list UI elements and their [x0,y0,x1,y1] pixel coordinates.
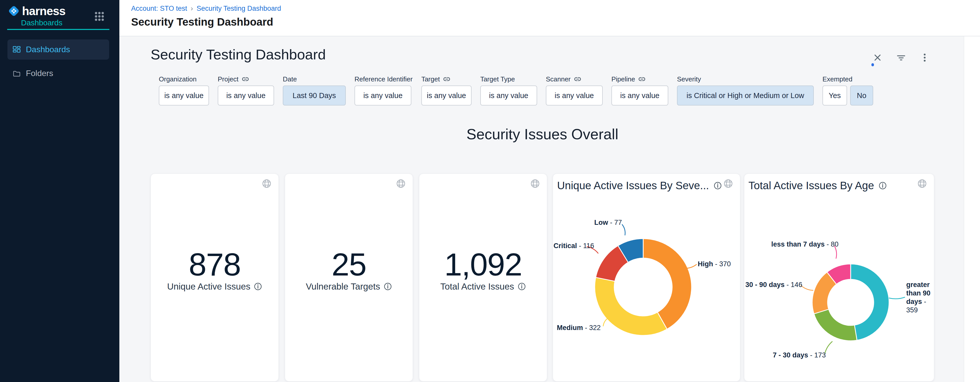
app-switcher-icon[interactable] [93,10,106,23]
filter-value[interactable]: is any value [422,86,472,106]
globe-button[interactable] [723,178,733,189]
filter-label: Date [283,75,346,84]
globe-icon [261,178,272,189]
filter-label: Target Type [480,75,537,84]
filter-value[interactable]: Last 90 Days [283,86,346,106]
kebab-menu-icon[interactable] [917,50,932,65]
filter-label: Project [218,75,274,84]
product-name: Dashboards [21,18,62,27]
top-header: Account: STO test › Security Testing Das… [119,0,980,36]
donut-slice-7-30-days[interactable] [814,309,857,341]
filter-value[interactable]: is any value [480,86,537,106]
label-connector [889,297,905,299]
filter-label: Exempted [822,75,876,84]
security-testing-dashboard-page: harness Dashboards Dash [0,0,980,382]
chart-title: Unique Active Issues By Seve... [557,179,711,192]
filter-value[interactable]: is Critical or High or Medium or Low [677,86,814,106]
globe-button[interactable] [530,178,540,189]
donut-card-severity: Unique Active Issues By Seve...High - 37… [553,174,740,382]
info-icon[interactable] [254,282,262,291]
sidebar-item-label: Folders [26,69,53,78]
donut-slice-high[interactable] [643,239,692,329]
info-icon[interactable] [714,182,722,190]
stat-value: 1,092 [419,246,547,283]
brand[interactable]: harness [8,4,65,18]
harness-logo-icon [8,5,20,17]
filter-value[interactable]: is any value [218,86,274,106]
filter-option-yes[interactable]: Yes [822,86,847,106]
info-icon[interactable] [384,282,392,291]
globe-icon [396,178,406,189]
page-title: Security Testing Dashboard [131,16,273,28]
label-connector [622,225,625,235]
link-icon [574,76,581,82]
donut-label-less-than-7-days: less than 7 days - 80 [771,241,838,248]
filter-label: Pipeline [611,75,668,84]
donut-slice-medium[interactable] [595,277,667,335]
vertical-scrollbar[interactable] [964,36,980,382]
filter-organization: Organizationis any value [159,75,209,106]
donut-slice-30-90-days[interactable] [812,272,837,314]
donut-label-greater-than-90-days: greater than 90 days - 359 [906,281,933,314]
cursor-dot [872,63,874,66]
dashboards-icon [13,46,21,54]
donut-chart [553,174,740,382]
donut-label-low: Low - 77 [594,219,622,227]
link-icon [638,76,646,82]
donut-label-critical: Critical - 116 [554,242,594,250]
stat-card-vulnerable-targets: 25Vulnerable Targets [285,174,413,382]
donut-slice-low[interactable] [618,239,643,262]
filter-icon[interactable] [893,50,909,65]
label-connector [603,318,609,326]
chart-title: Total Active Issues By Age [748,179,887,192]
filter-scanner: Scanneris any value [546,75,603,106]
donut-label-30-90-days: 30 - 90 days - 146 [745,281,802,289]
label-connector [801,285,813,290]
donut-chart [745,174,934,382]
dashboard-heading: Security Testing Dashboard [151,46,326,63]
donut-slice-critical[interactable] [596,246,628,281]
stat-card-unique-active-issues: 878Unique Active Issues [151,174,279,382]
stat-value: 878 [151,246,278,283]
stat-label: Vulnerable Targets [285,281,413,292]
sidebar-item-folders[interactable]: Folders [8,63,109,84]
stat-label: Total Active Issues [419,281,547,292]
globe-button[interactable] [396,178,406,189]
label-connector [684,265,697,268]
sidebar-item-dashboards[interactable]: Dashboards [8,40,109,60]
globe-icon [917,178,927,189]
globe-button[interactable] [917,178,927,189]
filter-value[interactable]: is any value [355,86,411,106]
filter-project: Projectis any value [218,75,274,106]
globe-button[interactable] [261,178,272,189]
donut-label-medium: Medium - 322 [557,324,601,332]
filter-pipeline: Pipelineis any value [611,75,668,106]
globe-icon [723,178,733,189]
filter-value[interactable]: is any value [611,86,668,106]
donut-slice-greater-than-90-days[interactable] [851,264,889,340]
section-title: Security Issues Overall [151,125,934,143]
sidebar-divider [7,29,109,30]
brand-name: harness [22,4,65,18]
info-icon[interactable] [878,182,887,190]
info-icon[interactable] [518,282,526,291]
breadcrumb-dashboard-link[interactable]: Security Testing Dashboard [197,5,281,13]
breadcrumb-account-link[interactable]: Account: STO test [131,5,187,13]
stat-card-total-active-issues: 1,092Total Active Issues [419,174,547,382]
sidebar: harness Dashboards Dash [0,0,119,382]
filter-value[interactable]: is any value [159,86,209,106]
filter-value[interactable]: is any value [546,86,603,106]
folder-icon [13,70,21,78]
filter-date: DateLast 90 Days [283,75,346,106]
filter-exempted: ExemptedYesNo [822,75,876,106]
donut-card-age: Total Active Issues By Agegreater than 9… [744,174,934,382]
dashboard-actions [870,50,940,65]
filter-label: Organization [159,75,209,84]
stat-value: 25 [285,246,413,283]
link-icon [443,76,450,82]
donut-label-high: High - 370 [698,260,731,268]
filter-option-no[interactable]: No [850,86,873,106]
stat-label: Unique Active Issues [151,281,278,292]
donut-slice-less-than-7-days[interactable] [827,264,851,284]
filter-target-type: Target Typeis any value [480,75,537,106]
